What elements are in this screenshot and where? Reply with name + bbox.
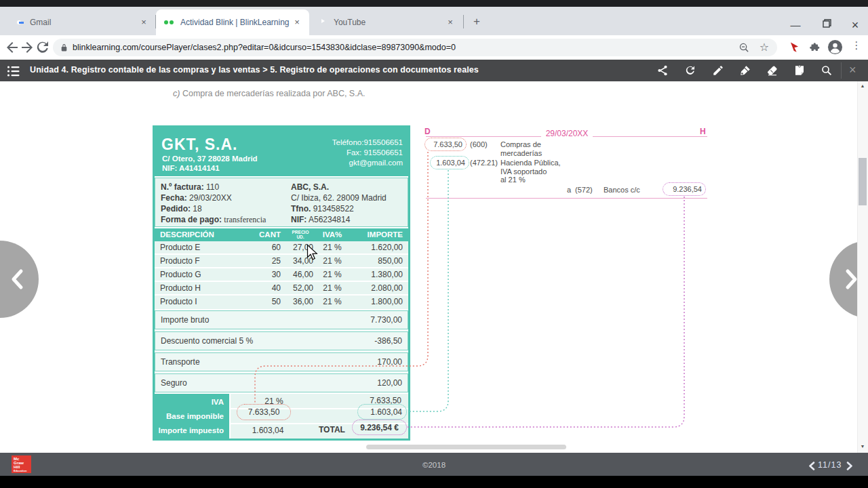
journal-credit-a: a [567, 186, 571, 195]
gmail-google-favicon [14, 17, 24, 28]
base-right-circled: 1.603,04 [357, 404, 407, 420]
vertical-scrollbar-thumb[interactable] [859, 158, 867, 205]
youtube-favicon [317, 17, 328, 28]
journal-debit-letter: D [425, 127, 431, 136]
scroll-up-arrow[interactable]: ▲ [859, 83, 867, 88]
journal-top-line [426, 136, 541, 137]
factura-value: 110 [206, 182, 219, 192]
pedido-value: 18 [193, 204, 201, 214]
company-address: C/ Otero, 37 28028 Madrid [162, 155, 258, 163]
client-name: ABC, S.A. [291, 182, 329, 192]
reload-icon[interactable] [35, 39, 51, 56]
search-icon[interactable] [821, 64, 833, 77]
invoice-details: N.º factura: 110 Fecha: 29/03/20XX Pedid… [155, 178, 408, 227]
window-top-edge [0, 0, 868, 7]
menu-kebab-icon[interactable]: ⋮ [850, 39, 863, 52]
course-close-icon[interactable]: × [849, 63, 856, 77]
tab-youtube[interactable]: YouTube × [309, 9, 462, 35]
impuesto-left: 1.603,04 [248, 426, 288, 435]
window-restore-button[interactable] [816, 15, 836, 35]
back-icon[interactable] [4, 39, 20, 56]
summary-descuento: Descuento comercial 5 % -386,50 [155, 331, 408, 350]
zoom-out-icon[interactable] [738, 42, 750, 54]
tab-strip: Gmail × Actividad Blink | BlinkLearning … [0, 7, 868, 35]
journal-debit1-amount-circled: 7.633,50 [425, 138, 467, 151]
fecha-label: Fecha: [161, 193, 187, 203]
fecha-value: 29/03/20XX [189, 193, 232, 203]
summary-seguro: Seguro 120,00 [155, 373, 408, 392]
lock-icon [60, 43, 68, 52]
invoice-table-body: Producto E 60 27,00 21 % 1.620,00 Produc… [155, 241, 408, 309]
note-icon[interactable] [793, 64, 806, 77]
table-row: Producto E 60 27,00 21 % 1.620,00 [155, 241, 408, 255]
page-title: c) Compra de mercaderías realizada por A… [173, 89, 365, 98]
header-divider [841, 62, 842, 79]
label-iva: IVA [212, 398, 224, 406]
journal-credit-amount-circled: 9.236,54 [663, 182, 706, 196]
vertical-scrollbar-track[interactable] [857, 81, 868, 453]
adobe-extension-icon[interactable] [788, 41, 802, 54]
tab-youtube-close-icon[interactable]: × [445, 17, 456, 28]
table-row: Producto I 50 36,00 21 % 1.800,00 [155, 296, 408, 309]
client-nif-label: NIF: [291, 215, 307, 224]
marker-pen-icon[interactable] [739, 64, 751, 77]
new-tab-button[interactable]: + [469, 14, 485, 30]
base-left-circled: 7.633,50 [237, 404, 291, 420]
journal-debit2-account: (472.21) [470, 159, 498, 167]
forward-icon[interactable] [19, 39, 35, 56]
bookmark-star-icon[interactable]: ☆ [760, 42, 769, 53]
journal-debit2-amount-circled: 1.603,04 [430, 156, 469, 169]
table-row: Producto F 25 34,00 21 % 850,00 [155, 255, 408, 268]
tab-blinklearning-label: Actividad Blink | BlinkLearning [180, 18, 292, 27]
pager-prev-icon[interactable] [808, 462, 815, 470]
journal-debit2-name: Hacienda Pública,IVA soportadoal 21 % [500, 159, 561, 184]
horizontal-scrollbar-thumb[interactable] [366, 445, 566, 449]
tab-blinklearning[interactable]: Actividad Blink | BlinkLearning × [156, 9, 309, 35]
window-minimize-button[interactable]: — [785, 15, 806, 35]
factura-label: N.º factura: [161, 182, 204, 192]
omnibox[interactable]: blinklearning.com/coursePlayer/clases2.p… [53, 39, 777, 56]
blinklearning-favicon [164, 17, 175, 28]
tab-gmail-close-icon[interactable]: × [138, 17, 149, 28]
tab-youtube-label: YouTube [334, 18, 445, 27]
list-icon[interactable] [6, 64, 21, 79]
tab-separator [463, 15, 464, 28]
client-nif-value: A56234814 [309, 215, 350, 224]
pago-label: Forma de pago: [161, 215, 222, 224]
pago-value: transferencia [224, 215, 266, 224]
eraser-icon[interactable] [766, 64, 778, 77]
total-label: TOTAL [319, 425, 355, 434]
chevron-left-icon[interactable] [9, 268, 24, 290]
share-icon[interactable] [656, 64, 669, 77]
journal-credit-account: (572) [575, 186, 593, 195]
invoice-company-header: GKT, S.A. C/ Otero, 37 28028 Madrid NIF:… [155, 127, 408, 176]
col-cant: CANT [255, 230, 281, 239]
pencil-icon[interactable] [712, 64, 724, 77]
table-row: Producto G 30 46,00 21 % 1.380,00 [155, 268, 408, 282]
journal-debit1-name: Compras demercaderías [500, 140, 542, 157]
page-title-text: Compra de mercaderías realizada por ABC,… [182, 89, 366, 98]
pager-next-icon[interactable] [846, 462, 853, 470]
journal-credit-letter: H [700, 127, 706, 136]
pedido-label: Pedido: [161, 204, 191, 214]
tab-gmail-label: Gmail [30, 18, 138, 27]
col-importe: IMPORTE [351, 230, 403, 239]
table-row: Producto H 40 52,00 21 % 2.080,00 [155, 282, 408, 296]
page-indicator: 11/13 [818, 460, 842, 470]
totals-label-column: IVA Base imponible Importe impuesto [155, 394, 229, 439]
company-email: gkt@gmail.com [349, 159, 403, 167]
tab-gmail[interactable]: Gmail × [5, 9, 156, 35]
profile-avatar[interactable] [827, 39, 843, 55]
breadcrumb: Unidad 4. Registro contable de las compr… [30, 65, 479, 75]
invoice: GKT, S.A. C/ Otero, 37 28028 Madrid NIF:… [153, 125, 410, 441]
col-precio: PRECIOUD. [288, 228, 313, 239]
client-tfno-value: 913458522 [313, 204, 354, 214]
url-text: blinklearning.com/coursePlayer/clases2.p… [73, 43, 456, 52]
refresh-icon[interactable] [684, 64, 696, 77]
tab-blinklearning-close-icon[interactable]: × [292, 17, 302, 28]
scroll-down-arrow[interactable]: ▼ [859, 444, 867, 449]
company-name: GKT, S.A. [161, 136, 238, 154]
extensions-puzzle-icon[interactable] [808, 41, 821, 54]
company-nif: NIF: A41414141 [162, 164, 220, 172]
window-close-button[interactable]: × [845, 15, 865, 35]
